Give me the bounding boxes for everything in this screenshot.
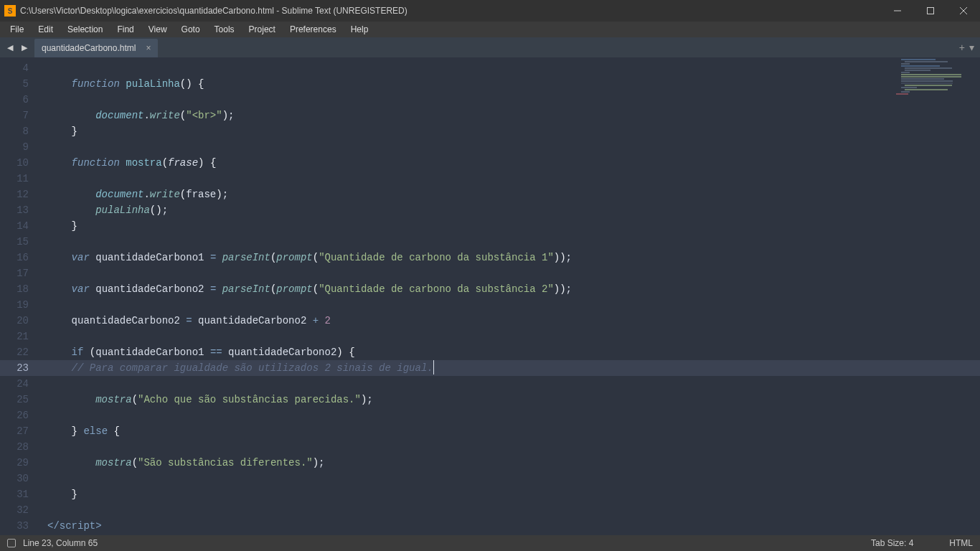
code-line — [39, 502, 980, 518]
svg-rect-0 — [928, 8, 934, 14]
tab-label: quantidadeCarbono.html — [42, 43, 136, 53]
minimize-button[interactable] — [881, 0, 914, 22]
code-line — [39, 471, 980, 486]
code-line: function mostra(frase) { — [39, 155, 980, 171]
code-line: } — [39, 123, 980, 139]
status-position[interactable]: Line 23, Column 65 — [23, 538, 98, 548]
gutter: 4567891011121314151617181920212223242526… — [0, 57, 39, 535]
close-button[interactable] — [947, 0, 980, 22]
app-icon: S — [4, 5, 16, 17]
tab-close-icon[interactable]: × — [146, 43, 151, 53]
menu-find[interactable]: Find — [110, 23, 141, 36]
menu-preferences[interactable]: Preferences — [283, 23, 344, 36]
code-line — [39, 297, 980, 313]
code-line: } else { — [39, 423, 980, 439]
code-line: pulaLinha(); — [39, 202, 980, 218]
menu-file[interactable]: File — [3, 23, 31, 36]
tab-menu-icon[interactable]: ▾ — [969, 42, 974, 53]
code-line: var quantidadeCarbono2 = parseInt(prompt… — [39, 281, 980, 297]
menu-edit[interactable]: Edit — [31, 23, 60, 36]
history-back-icon[interactable]: ◀ — [4, 43, 16, 52]
code-line: var quantidadeCarbono1 = parseInt(prompt… — [39, 250, 980, 265]
code-line — [39, 171, 980, 187]
code-line: mostra("São substâncias diferentes."); — [39, 455, 980, 471]
status-tab-size[interactable]: Tab Size: 4 — [871, 538, 913, 548]
code-line — [39, 376, 980, 392]
code-line: // Para comparar igualdade são utilizado… — [39, 360, 980, 376]
code-line: </script> — [39, 518, 980, 534]
code-line — [39, 265, 980, 281]
text-cursor — [433, 360, 434, 375]
status-syntax[interactable]: HTML — [949, 538, 973, 548]
menu-view[interactable]: View — [141, 23, 174, 36]
code-line: } — [39, 486, 980, 502]
code-line: } — [39, 218, 980, 234]
panel-switcher-icon[interactable] — [7, 539, 16, 547]
code-line — [39, 329, 980, 344]
menu-selection[interactable]: Selection — [60, 23, 110, 36]
code-area[interactable]: function pulaLinha() { document.write("<… — [39, 57, 980, 535]
code-line: document.write("<br>"); — [39, 108, 980, 123]
code-line: quantidadeCarbono2 = quantidadeCarbono2 … — [39, 313, 980, 329]
history-buttons: ◀ ▶ — [0, 37, 34, 57]
code-line — [39, 92, 980, 108]
code-line: mostra("Acho que são substâncias parecid… — [39, 392, 980, 408]
tabbar: ◀ ▶ quantidadeCarbono.html × + ▾ — [0, 37, 980, 57]
code-line: document.write(frase); — [39, 187, 980, 202]
menu-project[interactable]: Project — [242, 23, 283, 36]
menu-goto[interactable]: Goto — [174, 23, 207, 36]
window-title: C:\Users\Victor\Desktop\logica\exercicio… — [20, 6, 881, 16]
window-controls — [881, 0, 980, 22]
tab-file[interactable]: quantidadeCarbono.html × — [34, 39, 158, 57]
code-line — [39, 60, 980, 76]
history-forward-icon[interactable]: ▶ — [19, 43, 30, 52]
code-line — [39, 139, 980, 155]
code-line: function pulaLinha() { — [39, 76, 980, 92]
code-line — [39, 439, 980, 455]
maximize-button[interactable] — [914, 0, 947, 22]
statusbar: Line 23, Column 65 Tab Size: 4 HTML — [0, 535, 980, 551]
titlebar: S C:\Users\Victor\Desktop\logica\exercic… — [0, 0, 980, 22]
menubar: File Edit Selection Find View Goto Tools… — [0, 22, 980, 37]
editor[interactable]: 4567891011121314151617181920212223242526… — [0, 57, 980, 535]
tabbar-right: + ▾ — [953, 37, 980, 57]
code-line: if (quantidadeCarbono1 == quantidadeCarb… — [39, 344, 980, 360]
menu-help[interactable]: Help — [344, 23, 376, 36]
menu-tools[interactable]: Tools — [207, 23, 242, 36]
new-tab-icon[interactable]: + — [959, 42, 965, 53]
code-line — [39, 234, 980, 250]
code-line — [39, 408, 980, 423]
